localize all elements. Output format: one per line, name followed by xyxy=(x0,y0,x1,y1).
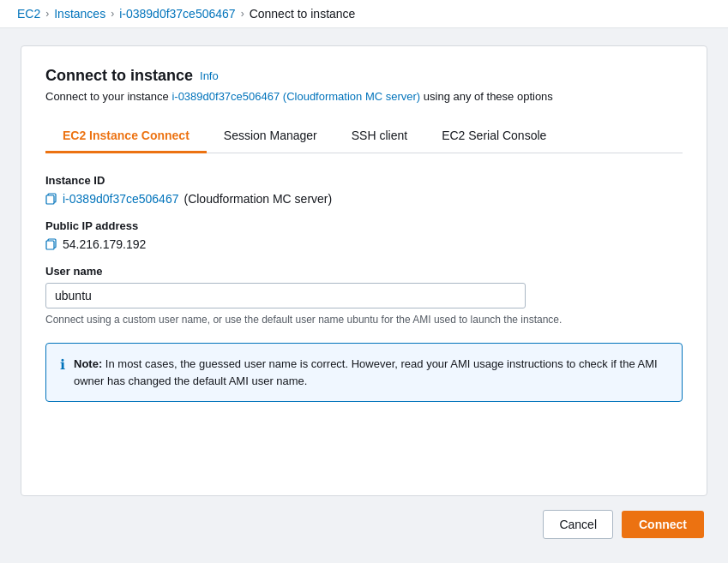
public-ip-value: 54.216.179.192 xyxy=(63,237,146,251)
breadcrumb-ec2[interactable]: EC2 xyxy=(17,7,40,21)
subtitle-after: using any of these options xyxy=(420,90,553,103)
subtitle-instance-link[interactable]: i-0389d0f37ce506467 (Cloudformation MC s… xyxy=(171,90,420,103)
breadcrumb-sep-3: › xyxy=(241,8,244,20)
instance-id-value-row: i-0389d0f37ce506467 (Cloudformation MC s… xyxy=(45,192,683,206)
info-box-note: In most cases, the guessed user name is … xyxy=(74,357,658,387)
username-label: User name xyxy=(45,265,683,278)
breadcrumb-sep-1: › xyxy=(45,8,49,20)
public-ip-label: Public IP address xyxy=(45,219,683,232)
card-title: Connect to instance xyxy=(45,67,193,85)
instance-id-name: (Cloudformation MC server) xyxy=(184,192,332,206)
tab-session-manager[interactable]: Session Manager xyxy=(207,120,334,153)
tab-bar: EC2 Instance Connect Session Manager SSH… xyxy=(45,120,683,153)
instance-id-label: Instance ID xyxy=(45,174,683,187)
username-group: User name Connect using a custom user na… xyxy=(45,265,683,326)
public-ip-group: Public IP address 54.216.179.192 xyxy=(45,219,683,251)
breadcrumb-sep-2: › xyxy=(111,8,114,20)
svg-rect-1 xyxy=(46,195,54,204)
instance-id-value[interactable]: i-0389d0f37ce506467 xyxy=(63,192,178,206)
main-content: Connect to instance Info Connect to your… xyxy=(0,28,728,556)
footer: Cancel Connect xyxy=(21,510,707,539)
instance-id-copy-icon[interactable] xyxy=(45,193,57,205)
info-box: ℹ Note: In most cases, the guessed user … xyxy=(45,343,683,402)
info-box-text: Note: In most cases, the guessed user na… xyxy=(74,356,668,389)
public-ip-value-row: 54.216.179.192 xyxy=(45,237,683,251)
tab-ssh-client[interactable]: SSH client xyxy=(334,120,424,153)
breadcrumb-instances[interactable]: Instances xyxy=(54,7,105,21)
tab-ec2-instance-connect[interactable]: EC2 Instance Connect xyxy=(45,120,207,153)
connect-card: Connect to instance Info Connect to your… xyxy=(21,45,707,496)
breadcrumb: EC2 › Instances › i-0389d0f37ce506467 › … xyxy=(0,0,728,28)
breadcrumb-current: Connect to instance xyxy=(250,7,356,21)
subtitle-before: Connect to your instance xyxy=(45,90,171,103)
tab-ec2-serial-console[interactable]: EC2 Serial Console xyxy=(424,120,563,153)
svg-rect-3 xyxy=(46,241,54,249)
username-helper: Connect using a custom user name, or use… xyxy=(45,314,683,326)
breadcrumb-instance-id[interactable]: i-0389d0f37ce506467 xyxy=(119,7,235,21)
connect-button[interactable]: Connect xyxy=(622,511,704,538)
info-link[interactable]: Info xyxy=(200,69,219,82)
cancel-button[interactable]: Cancel xyxy=(543,510,613,539)
info-box-icon: ℹ xyxy=(60,356,65,373)
card-subtitle: Connect to your instance i-0389d0f37ce50… xyxy=(45,90,683,103)
instance-id-group: Instance ID i-0389d0f37ce506467 (Cloudfo… xyxy=(45,174,683,206)
username-input[interactable] xyxy=(45,283,526,308)
card-header: Connect to instance Info xyxy=(45,67,683,85)
public-ip-copy-icon[interactable] xyxy=(45,238,57,250)
